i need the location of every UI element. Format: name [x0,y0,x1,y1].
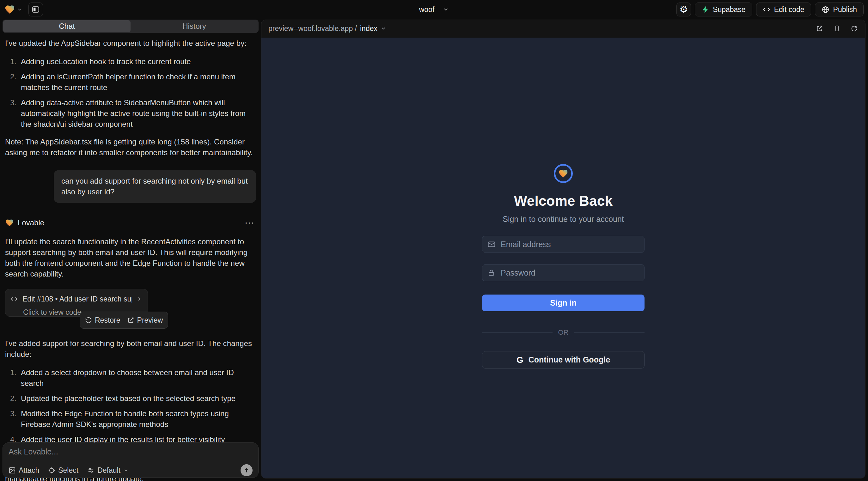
google-sign-in-button[interactable]: G Continue with Google [482,351,645,368]
app-preview: Welcome Back Sign in to continue to your… [261,38,865,478]
tab-chat[interactable]: Chat [3,20,130,32]
assistant-message-intro-2: I'll update the search functionality in … [5,236,256,279]
chevron-right-icon [136,296,143,302]
preview-header: preview--woof.lovable.app / index [261,20,865,37]
toggle-sidebar-button[interactable] [28,3,43,17]
settings-button[interactable]: ⚙ [677,3,691,17]
publish-label: Publish [833,5,857,14]
lock-icon [488,269,495,277]
lovable-heart-icon [5,218,14,227]
preview-button[interactable]: Preview [127,315,163,325]
message-menu-icon[interactable]: ⋯ [245,218,256,228]
lovable-heart-icon [4,4,15,15]
supabase-bolt-icon [702,6,709,13]
assistant-message-intro: I've updated the AppSidebar component to… [5,38,256,49]
lovable-logo-menu[interactable] [4,4,22,15]
globe-icon [822,6,830,13]
supabase-label: Supabase [713,5,746,14]
sidebar-panel-icon [32,5,40,13]
user-message-bubble: can you add support for searching not on… [54,170,256,203]
or-divider: OR [482,328,645,336]
chat-panel: Chat History I've updated the AppSidebar… [0,19,261,481]
select-button[interactable]: Select [48,466,79,475]
assistant-note: Note: The AppSidebar.tsx file is getting… [5,136,256,158]
code-brackets-icon [763,6,770,13]
heart-icon [558,168,568,179]
tab-history[interactable]: History [130,20,258,32]
restore-button[interactable]: Restore [85,315,120,325]
sliders-icon [87,467,94,474]
assistant-changes-intro: I've added support for searching by both… [5,338,256,360]
refresh-icon[interactable] [850,25,858,33]
external-link-icon [127,317,134,324]
google-icon: G [517,355,523,365]
list-item: Adding useLocation hook to track the cur… [9,56,256,67]
assistant-header: Lovable ⋯ [5,218,256,228]
code-brackets-icon [10,295,18,303]
publish-button[interactable]: Publish [815,3,864,17]
assistant-message-list: Adding useLocation hook to track the cur… [5,56,256,130]
chevron-down-icon [123,468,129,473]
restore-icon [85,317,92,324]
chevron-down-icon [380,26,386,31]
attach-button[interactable]: Attach [8,466,39,475]
login-card: Welcome Back Sign in to continue to your… [482,38,645,368]
send-button[interactable] [241,464,253,476]
login-title: Welcome Back [482,193,645,209]
sign-in-button[interactable]: Sign in [482,294,645,311]
edit-code-button[interactable]: Edit code [756,3,811,17]
password-field[interactable] [482,264,645,281]
app-logo [554,164,573,183]
edit-code-label: Edit code [774,5,804,14]
list-item: Adding an isCurrentPath helper function … [9,71,256,93]
preview-route: index [360,24,377,33]
edit-card-title: Edit #108 • Add user ID search supp... [23,294,132,304]
attach-image-icon [8,467,16,474]
list-item: Updated the placeholder text based on th… [9,393,256,404]
preview-url-selector[interactable]: preview--woof.lovable.app / index [268,24,386,33]
chat-input[interactable] [8,447,253,460]
mobile-view-icon[interactable] [833,25,841,32]
envelope-icon [488,240,496,248]
assistant-changes-list: Added a select dropdown to choose betwee… [5,367,256,445]
chat-messages: I've updated the AppSidebar component to… [0,33,261,481]
arrow-up-icon [243,467,250,474]
project-name: woof [419,5,435,14]
chevron-down-icon [17,7,22,12]
email-field[interactable] [482,236,645,253]
login-subtitle: Sign in to continue to your account [482,215,645,224]
assistant-name: Lovable [18,218,44,228]
select-target-icon [48,467,55,474]
gear-icon: ⚙ [680,5,688,14]
preview-url: preview--woof.lovable.app / [268,24,357,33]
mode-selector[interactable]: Default [87,466,129,475]
chat-history-tabs: Chat History [3,20,258,33]
composer: Attach Select Default [3,443,258,478]
project-switcher[interactable]: woof [419,0,449,19]
list-item: Added a select dropdown to choose betwee… [9,367,256,389]
chevron-down-icon [442,6,449,13]
list-item: Modified the Edge Function to handle bot… [9,408,256,430]
preview-panel: preview--woof.lovable.app / index Welcom… [261,20,865,478]
open-in-new-tab-icon[interactable] [815,24,824,33]
supabase-button[interactable]: Supabase [695,3,752,17]
list-item: Adding data-active attribute to SidebarM… [9,97,256,130]
restore-preview-bar: Restore Preview [80,312,168,329]
top-bar: woof ⚙ Supabase Edit code Publish [0,0,868,19]
edit-card-group: Edit #108 • Add user ID search supp... C… [5,289,256,327]
